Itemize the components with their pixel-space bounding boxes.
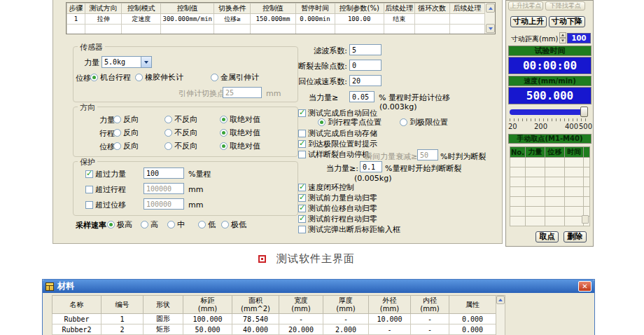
step-row-empty[interactable] bbox=[67, 25, 485, 35]
jog-distance-stepper[interactable] bbox=[559, 32, 566, 43]
scroll-down-icon[interactable] bbox=[486, 24, 495, 33]
close-icon[interactable]: ✕ bbox=[578, 281, 592, 292]
checkbox-over-force[interactable]: 超过力量 bbox=[85, 170, 126, 179]
find-zero-up-button[interactable]: 上升找零点 bbox=[508, 1, 543, 11]
checkbox-speed-loop[interactable]: 速度闭环控制 bbox=[298, 183, 354, 192]
points-row[interactable] bbox=[510, 197, 590, 207]
radio-icon[interactable] bbox=[220, 116, 227, 123]
radio-return-zero[interactable]: 到行程零点位置 bbox=[318, 118, 382, 127]
chevron-down-icon[interactable] bbox=[141, 57, 151, 67]
checkbox-icon[interactable] bbox=[298, 151, 306, 158]
ext-switch-input[interactable] bbox=[223, 87, 262, 98]
speed-slider-thumb[interactable] bbox=[580, 107, 588, 117]
checkbox-gauge-popup[interactable]: 测试完弹出断后标距输入框 bbox=[298, 225, 400, 234]
radio-icon[interactable] bbox=[167, 221, 175, 228]
over-force-input[interactable] bbox=[144, 168, 184, 179]
radio-icon[interactable] bbox=[141, 221, 148, 228]
checkbox-zero-force[interactable]: 测试前力量自动归零 bbox=[298, 193, 377, 203]
delete-point-button[interactable]: 删除 bbox=[564, 231, 587, 242]
scroll-up-icon[interactable] bbox=[496, 296, 505, 304]
radio-icon[interactable] bbox=[221, 221, 229, 228]
points-row[interactable] bbox=[510, 207, 590, 217]
radio-icon[interactable] bbox=[198, 221, 206, 228]
points-row[interactable] bbox=[510, 168, 590, 177]
radio-icon[interactable] bbox=[211, 74, 218, 81]
find-zero-down-button[interactable]: 下降找零点 bbox=[545, 1, 585, 11]
force-sensor-select[interactable]: 5.0kg bbox=[102, 56, 152, 68]
checkbox-icon[interactable] bbox=[85, 201, 93, 209]
points-row[interactable] bbox=[510, 187, 590, 197]
material-row[interactable]: Rubber2 2 矩形 50.000 40.000 20.000 2.000 … bbox=[52, 324, 496, 335]
step-table-scrollbar[interactable] bbox=[484, 3, 495, 34]
checkbox-zero-disp[interactable]: 测试前位移自动归零 bbox=[298, 204, 377, 213]
checkbox-zero-stroke[interactable]: 测试前行程自动归零 bbox=[298, 214, 377, 224]
checkbox-auto-return[interactable]: 测试完成后自动回位 bbox=[298, 109, 377, 118]
checkbox-over-stroke[interactable]: 超过行程 bbox=[85, 185, 126, 194]
radio-icon[interactable] bbox=[164, 142, 172, 150]
checkbox-icon[interactable] bbox=[298, 140, 306, 148]
checkbox-icon[interactable] bbox=[298, 130, 306, 137]
radio-icon[interactable] bbox=[164, 116, 172, 123]
radio-metal-extensometer[interactable]: 金属引伸计 bbox=[211, 73, 259, 82]
spin-down-icon[interactable] bbox=[559, 38, 566, 43]
materials-scrollbar[interactable] bbox=[496, 295, 505, 335]
jog-distance-value[interactable]: 100 bbox=[567, 33, 591, 43]
points-scroll-button[interactable] bbox=[582, 215, 589, 224]
radio-icon[interactable] bbox=[400, 118, 407, 126]
radio-force-no-reverse[interactable]: 不反向 bbox=[164, 115, 197, 124]
step-row[interactable]: 1 拉伸 定速度 300.000mm/min 位移≥ 150.000mm 0.0… bbox=[67, 14, 485, 25]
checkbox-icon[interactable] bbox=[298, 194, 306, 202]
radio-icon[interactable] bbox=[90, 74, 98, 81]
radio-sampling-mid[interactable]: 中 bbox=[167, 220, 185, 229]
speed-slider-track[interactable] bbox=[510, 109, 588, 115]
radio-force-absolute[interactable]: 取绝对值 bbox=[220, 115, 260, 124]
radio-disp-reverse[interactable]: 反向 bbox=[113, 142, 139, 151]
checkbox-icon[interactable] bbox=[298, 215, 306, 223]
break-remove-input[interactable] bbox=[349, 60, 382, 71]
radio-icon[interactable] bbox=[107, 221, 115, 228]
take-point-button[interactable]: 取点 bbox=[536, 231, 559, 242]
scroll-up-icon[interactable] bbox=[486, 4, 495, 13]
radio-sampling-high[interactable]: 高 bbox=[141, 220, 158, 229]
jog-up-button[interactable]: 寸动上升 bbox=[510, 16, 547, 27]
points-row[interactable] bbox=[510, 158, 590, 168]
checkbox-icon[interactable] bbox=[298, 109, 306, 117]
radio-icon[interactable] bbox=[220, 129, 227, 137]
checkbox-icon[interactable] bbox=[298, 205, 306, 212]
radio-stroke-no-reverse[interactable]: 不反向 bbox=[164, 128, 197, 137]
radio-icon[interactable] bbox=[113, 116, 121, 123]
disp-start-input[interactable] bbox=[349, 91, 374, 102]
over-disp-input[interactable] bbox=[144, 198, 184, 210]
points-row[interactable] bbox=[510, 177, 590, 187]
radio-machine-stroke[interactable]: 机台行程 bbox=[90, 73, 131, 82]
points-row[interactable] bbox=[510, 217, 590, 226]
radio-sampling-lowest[interactable]: 极低 bbox=[221, 220, 246, 229]
radio-return-limit[interactable]: 到极限位置 bbox=[400, 118, 448, 127]
radio-icon[interactable] bbox=[164, 129, 172, 137]
materials-titlebar[interactable]: 材料 ✕ bbox=[43, 280, 594, 293]
radio-sampling-low[interactable]: 低 bbox=[198, 220, 216, 229]
radio-icon[interactable] bbox=[220, 142, 227, 150]
radio-icon[interactable] bbox=[135, 74, 143, 81]
radio-disp-no-reverse[interactable]: 不反向 bbox=[164, 142, 197, 151]
radio-icon[interactable] bbox=[113, 142, 121, 150]
radio-icon[interactable] bbox=[318, 118, 326, 126]
checkbox-icon[interactable] bbox=[85, 170, 93, 178]
return-decel-input[interactable] bbox=[349, 75, 382, 86]
judge-input[interactable] bbox=[360, 161, 382, 172]
checkbox-icon[interactable] bbox=[85, 186, 93, 193]
radio-force-reverse[interactable]: 反向 bbox=[113, 115, 139, 124]
checkbox-auto-save[interactable]: 测试完成后自动存储 bbox=[298, 129, 377, 138]
checkbox-over-disp[interactable]: 超过位移 bbox=[85, 200, 126, 210]
decay-input[interactable] bbox=[417, 149, 438, 160]
radio-icon[interactable] bbox=[113, 129, 121, 137]
radio-disp-absolute[interactable]: 取绝对值 bbox=[220, 142, 260, 151]
checkbox-limit-prompt[interactable]: 到达极限位置时提示 bbox=[298, 139, 377, 149]
jog-down-button[interactable]: 寸动下降 bbox=[549, 16, 585, 27]
material-row[interactable]: Rubber 1 圆形 100.000 78.540 - - 10.000 - … bbox=[52, 314, 496, 324]
radio-stroke-absolute[interactable]: 取绝对值 bbox=[220, 128, 260, 137]
checkbox-icon[interactable] bbox=[298, 226, 306, 233]
radio-stroke-reverse[interactable]: 反向 bbox=[113, 128, 139, 137]
over-stroke-input[interactable] bbox=[144, 183, 184, 194]
checkbox-auto-stop[interactable]: 试样断裂自动停机 bbox=[298, 150, 370, 159]
